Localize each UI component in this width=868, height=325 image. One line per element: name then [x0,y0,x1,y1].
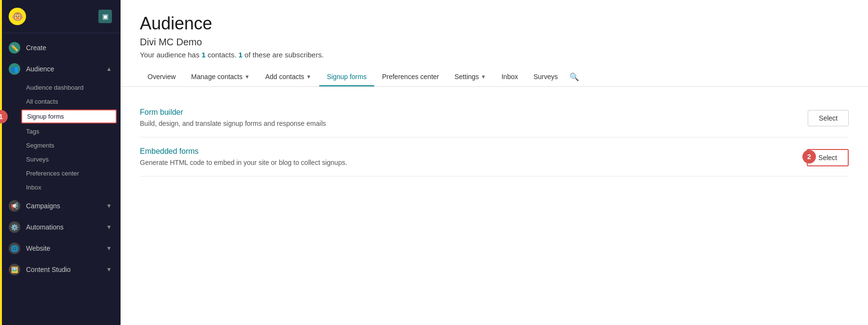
tab-settings[interactable]: Settings ▼ [447,68,493,86]
step-badge-1: 1 [0,110,8,123]
sidebar-item-create-label: Create [26,44,46,52]
sidebar-item-all-contacts[interactable]: All contacts [0,95,121,108]
website-icon: 🌐 [9,243,20,254]
sidebar-item-signup-forms[interactable]: Signup forms [21,109,117,123]
sidebar-item-automations[interactable]: ⚙️ Automations ▼ [0,217,121,238]
sidebar-item-content-studio-label: Content Studio [26,266,71,273]
main-body: Form builder Build, design, and translat… [121,87,868,325]
tab-manage-contacts[interactable]: Manage contacts ▼ [183,68,258,86]
audience-name: Divi MC Demo [140,37,849,48]
form-builder-select-button[interactable]: Select [808,110,849,126]
manage-contacts-chevron-icon: ▼ [244,74,250,80]
campaigns-chevron-icon: ▼ [106,203,112,209]
sidebar-signup-forms-wrapper: 1 Signup forms [0,109,121,123]
contacts-count: 1 [202,51,205,59]
form-builder-title[interactable]: Form builder [140,108,326,117]
campaigns-icon: 📢 [9,200,20,212]
sidebar-item-audience[interactable]: 👥 Audience ▲ [0,58,121,80]
sidebar-item-audience-label: Audience [26,65,54,73]
page-title: Audience [140,14,849,34]
sidebar-item-campaigns-label: Campaigns [26,202,60,210]
automations-icon: ⚙️ [9,221,20,233]
add-contacts-chevron-icon: ▼ [306,74,312,80]
audience-description: Your audience has 1 contacts. 1 of these… [140,51,849,59]
embedded-forms-actions: 2 Select [797,147,849,166]
subscribers-count: 1 [239,51,243,59]
sidebar-item-inbox[interactable]: Inbox [0,180,121,194]
embedded-forms-title[interactable]: Embedded forms [140,147,347,156]
audience-icon: 👥 [9,63,20,75]
sidebar-item-automations-label: Automations [26,223,64,231]
sidebar-item-website[interactable]: 🌐 Website ▼ [0,238,121,259]
form-option-form-builder: Form builder Build, design, and translat… [140,98,849,137]
create-icon: ✏️ [9,42,20,54]
automations-chevron-icon: ▼ [106,224,112,230]
tab-surveys[interactable]: Surveys [526,68,566,86]
sidebar-item-content-studio[interactable]: 🖼️ Content Studio ▼ [0,259,121,280]
settings-chevron-icon: ▼ [481,74,486,80]
step-badge-2: 2 [802,150,816,163]
tab-overview[interactable]: Overview [140,68,183,86]
form-builder-description: Build, design, and translate signup form… [140,120,326,127]
page-header: Audience Divi MC Demo Your audience has … [121,0,868,87]
form-builder-info: Form builder Build, design, and translat… [140,108,326,127]
content-studio-icon: 🖼️ [9,264,20,275]
sidebar-item-campaigns[interactable]: 📢 Campaigns ▼ [0,195,121,217]
tab-signup-forms[interactable]: Signup forms [319,68,374,86]
sidebar-item-audience-dashboard[interactable]: Audience dashboard [0,81,121,95]
sidebar-item-segments[interactable]: Segments [0,138,121,152]
sidebar-item-preferences-center[interactable]: Preferences center [0,166,121,180]
form-option-embedded-forms: Embedded forms Generate HTML code to emb… [140,137,849,176]
mailchimp-logo[interactable]: 🐵 [9,8,26,25]
embedded-forms-description: Generate HTML code to embed in your site… [140,159,347,166]
tab-add-contacts[interactable]: Add contacts ▼ [258,68,319,86]
audience-sub-nav: Audience dashboard All contacts 1 Signup… [0,80,121,195]
main-content: Audience Divi MC Demo Your audience has … [121,0,868,325]
audience-chevron-icon: ▲ [106,66,112,72]
embedded-forms-info: Embedded forms Generate HTML code to emb… [140,147,347,166]
website-chevron-icon: ▼ [106,245,112,252]
tab-inbox[interactable]: Inbox [494,68,526,86]
sidebar-nav: ✏️ Create 👥 Audience ▲ Audience dashboar… [0,33,121,325]
sidebar-item-website-label: Website [26,244,50,252]
content-studio-chevron-icon: ▼ [106,266,112,273]
sidebar: 🐵 ▣ ✏️ Create 👥 Audience ▲ Audience dash… [0,0,121,325]
sidebar-item-tags[interactable]: Tags [0,124,121,138]
sidebar-item-surveys[interactable]: Surveys [0,152,121,166]
sidebar-toggle-button[interactable]: ▣ [98,10,112,23]
desc-mid: contacts. [205,51,238,59]
search-icon[interactable]: 🔍 [566,68,583,86]
tab-preferences-center[interactable]: Preferences center [374,68,447,86]
sidebar-header: 🐵 ▣ [0,0,121,33]
desc-prefix: Your audience has [140,51,202,59]
tab-bar: Overview Manage contacts ▼ Add contacts … [140,68,849,86]
desc-suffix: of these are subscribers. [243,51,324,59]
sidebar-item-create[interactable]: ✏️ Create [0,37,121,58]
